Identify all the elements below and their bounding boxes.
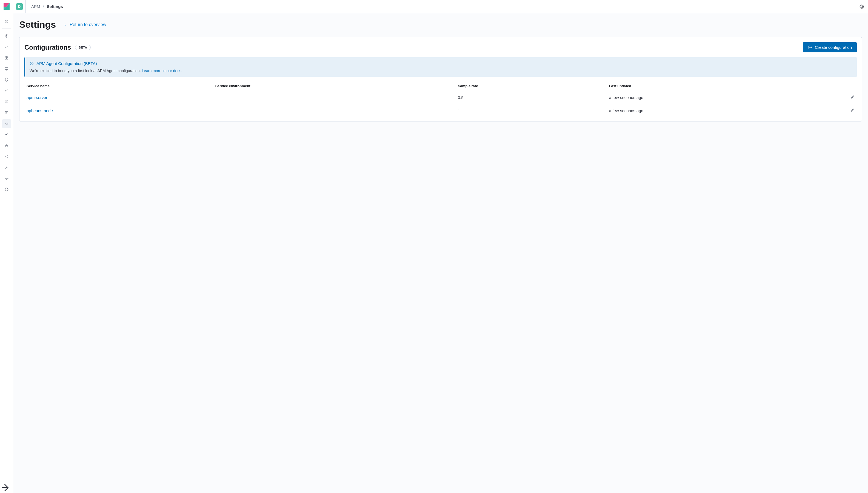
- callout-body: We're excited to bring you a first look …: [29, 68, 852, 73]
- svg-line-8: [862, 7, 863, 8]
- svg-rect-16: [5, 67, 8, 69]
- svg-rect-12: [5, 57, 6, 58]
- chevron-left-icon: [64, 23, 67, 26]
- svg-rect-28: [5, 145, 8, 147]
- svg-point-22: [6, 101, 7, 102]
- recent-icon: [4, 19, 9, 24]
- col-actions: [845, 82, 857, 91]
- apm-icon: [4, 122, 9, 126]
- cell-actions: [845, 91, 857, 104]
- svg-point-19: [6, 79, 7, 80]
- svg-point-34: [6, 189, 7, 190]
- col-sample-rate[interactable]: Sample rate: [456, 82, 607, 91]
- return-link-label: Return to overview: [70, 22, 106, 27]
- create-configuration-label: Create configuration: [815, 45, 852, 50]
- svg-line-7: [860, 7, 861, 8]
- content: Settings Return to overview Configuratio…: [13, 13, 868, 493]
- plus-circle-icon: [808, 45, 812, 50]
- svg-line-32: [6, 156, 7, 156]
- help-icon: [859, 4, 864, 9]
- sidenav-management-icon[interactable]: [2, 185, 11, 194]
- callout-title: APM Agent Configuration (BETA): [37, 61, 97, 66]
- sidenav-uptime-icon[interactable]: [2, 130, 11, 139]
- svg-line-5: [860, 5, 861, 6]
- svg-marker-11: [6, 35, 7, 37]
- topbar: D APM / Settings: [0, 0, 868, 13]
- management-icon: [4, 187, 9, 192]
- visualize-icon: [4, 45, 9, 49]
- col-last-updated[interactable]: Last updated: [607, 82, 845, 91]
- beta-callout: APM Agent Configuration (BETA) We're exc…: [24, 57, 857, 77]
- panel-head: Configurations BETA Create configuration: [24, 42, 857, 52]
- svg-rect-14: [6, 58, 8, 60]
- devtools-icon: [4, 165, 9, 170]
- callout-docs-link[interactable]: Learn more in our docs.: [142, 68, 182, 73]
- sidenav-infra-icon[interactable]: [2, 97, 11, 106]
- sidenav-ml-icon[interactable]: [2, 86, 11, 95]
- maps-icon: [4, 78, 9, 82]
- table-header-row: Service name Service environment Sample …: [24, 82, 857, 91]
- sidenav-apm-icon[interactable]: [2, 119, 11, 128]
- sidenav-canvas-icon[interactable]: [2, 64, 11, 73]
- breadcrumb-separator: /: [43, 4, 44, 9]
- panel-title: Configurations: [24, 44, 71, 51]
- svg-point-21: [7, 89, 7, 90]
- ml-icon: [4, 89, 9, 93]
- sidenav-top: [0, 13, 13, 482]
- kibana-logo-icon: [4, 3, 9, 10]
- sidenav-siem-icon[interactable]: [2, 141, 11, 150]
- space-badge: D: [16, 3, 23, 10]
- help-menu[interactable]: [855, 0, 868, 13]
- svg-line-6: [862, 5, 863, 6]
- cell-last-updated: a few seconds ago: [607, 104, 845, 117]
- svg-rect-15: [5, 58, 6, 60]
- svg-point-10: [5, 35, 8, 38]
- sidenav-visualize-icon[interactable]: [2, 43, 11, 51]
- sidenav-graph-icon[interactable]: [2, 152, 11, 161]
- svg-point-41: [31, 63, 32, 63]
- col-service-name[interactable]: Service name: [24, 82, 213, 91]
- sidenav-recent-icon[interactable]: [2, 17, 11, 26]
- cell-actions: [845, 104, 857, 117]
- sidenav-logs-icon[interactable]: [2, 108, 11, 117]
- breadcrumb-parent[interactable]: APM: [31, 4, 40, 9]
- return-to-overview-link[interactable]: Return to overview: [64, 22, 106, 27]
- sidenav-maps-icon[interactable]: [2, 76, 11, 84]
- uptime-icon: [4, 132, 9, 137]
- edit-icon[interactable]: [850, 108, 854, 112]
- graph-icon: [4, 154, 9, 159]
- canvas-icon: [4, 67, 9, 71]
- logs-icon: [4, 110, 9, 115]
- cell-sample-rate: 0.5: [456, 91, 607, 104]
- sidenav-collapse[interactable]: [0, 482, 13, 493]
- breadcrumb-current: Settings: [47, 4, 63, 9]
- create-configuration-button[interactable]: Create configuration: [803, 42, 857, 52]
- beta-badge: BETA: [75, 45, 91, 50]
- svg-point-23: [5, 100, 8, 103]
- svg-rect-13: [6, 57, 8, 57]
- edit-icon[interactable]: [850, 95, 854, 99]
- configurations-panel: Configurations BETA Create configuration…: [19, 37, 862, 122]
- infra-icon: [4, 100, 9, 104]
- cell-service-name[interactable]: apm-server: [24, 91, 213, 104]
- sidenav-discover-icon[interactable]: [2, 31, 11, 40]
- shell: Settings Return to overview Configuratio…: [0, 13, 868, 493]
- cell-service-environment: [213, 91, 456, 104]
- kibana-logo[interactable]: [0, 0, 13, 13]
- collapse-icon: [0, 481, 13, 493]
- space-selector[interactable]: D: [13, 0, 26, 13]
- svg-point-20: [5, 90, 6, 90]
- info-icon: [29, 61, 34, 66]
- monitoring-icon: [4, 176, 9, 181]
- space-letter: D: [18, 4, 21, 8]
- page-title: Settings: [19, 19, 56, 30]
- sidenav-devtools-icon[interactable]: [2, 163, 11, 172]
- sidenav-dashboard-icon[interactable]: [2, 53, 11, 62]
- cell-service-name[interactable]: opbeans-node: [24, 104, 213, 117]
- callout-title-row: APM Agent Configuration (BETA): [29, 61, 852, 66]
- topbar-left: D APM / Settings: [0, 0, 63, 13]
- svg-line-33: [6, 157, 7, 158]
- siem-icon: [4, 144, 9, 148]
- sidenav-monitoring-icon[interactable]: [2, 174, 11, 183]
- col-service-environment[interactable]: Service environment: [213, 82, 456, 91]
